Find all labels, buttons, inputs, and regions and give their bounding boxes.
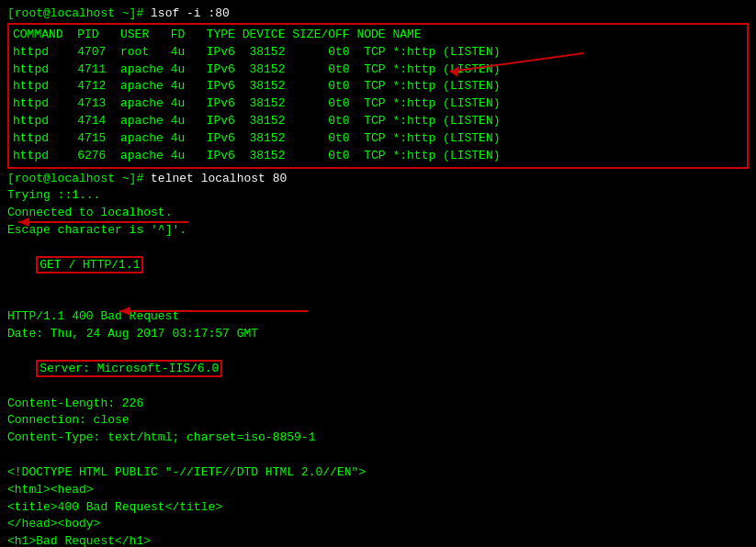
command-line-1: [root@localhost ~]# lsof -i :80 (7, 6, 749, 23)
server-line-wrapper: Server: Microsoft-IIS/6.0 (7, 343, 749, 396)
cmd-2: telnet localhost 80 (151, 172, 287, 185)
html-line-0: <!DOCTYPE HTML PUBLIC "-//IETF//DTD HTML… (7, 464, 749, 482)
prompt-1: [root@localhost ~]# (7, 6, 151, 20)
html-line-4: <h1>Bad Request</h1> (7, 533, 749, 547)
html-line-3: </head><body> (7, 516, 749, 533)
blank-2 (7, 447, 749, 464)
html-line-1: <html><head> (7, 482, 749, 499)
get-line-wrapper: GET / HTTP/1.1 (7, 240, 749, 292)
response-line-4: Connection: close (7, 412, 749, 430)
annotation-get-request: GET请求访问站点 (193, 211, 289, 229)
annotation-apache-running: Apache 正在运行 (588, 35, 668, 135)
response-line-5: Content-Type: text/html; charset=iso-885… (7, 430, 749, 447)
svg-line-0 (450, 53, 583, 72)
terminal: [root@localhost ~]# lsof -i :80 COMMAND … (0, 0, 756, 547)
server-highlight: Server: Microsoft-IIS/6.0 (36, 360, 222, 377)
table-row-6: httpd 6276 apache 4u IPv6 38152 0t0 TCP … (13, 148, 743, 165)
prompt-2: [root@localhost ~]# (7, 172, 151, 185)
svg-marker-3 (18, 218, 29, 227)
annotation-apache-iis: Apache伪装成IIS (312, 300, 403, 318)
svg-marker-5 (119, 307, 130, 316)
telnet-line-0: Trying ::1... (7, 187, 749, 205)
html-line-2: <title>400 Bad Request</title> (7, 499, 749, 517)
response-line-3: Content-Length: 226 (7, 396, 749, 413)
get-highlight: GET / HTTP/1.1 (36, 256, 143, 274)
command-line-2: [root@localhost ~]# telnet localhost 80 (7, 171, 749, 188)
svg-marker-1 (450, 66, 459, 77)
cmd-1: lsof -i :80 (151, 6, 230, 20)
